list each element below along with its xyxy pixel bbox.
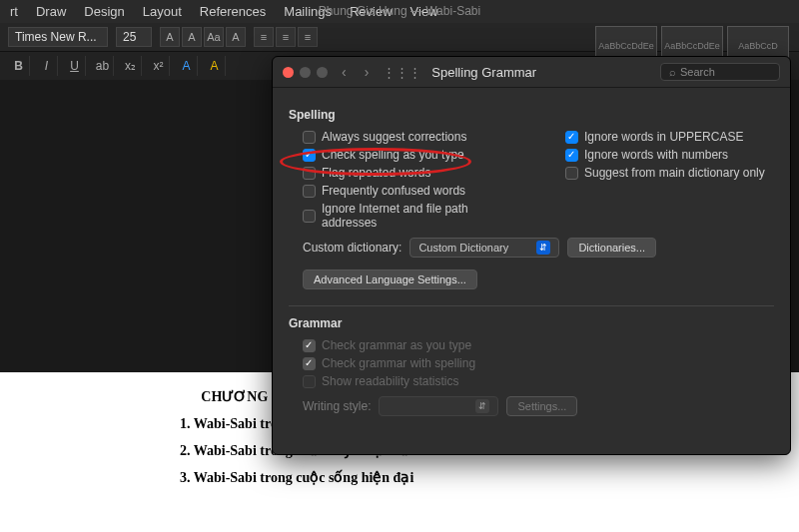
zoom-icon — [317, 67, 328, 78]
font-size-input[interactable] — [116, 27, 152, 47]
letter-case-icon[interactable]: Aa — [204, 27, 224, 47]
opt-grammar-with-spelling: Check grammar with spelling — [289, 354, 774, 372]
superscript-icon[interactable]: x² — [148, 56, 170, 76]
italic-icon[interactable]: I — [36, 56, 58, 76]
bold-icon[interactable]: B — [8, 56, 30, 76]
grammar-heading: Grammar — [289, 316, 774, 330]
tab-rt[interactable]: rt — [10, 4, 18, 19]
opt-always-suggest[interactable]: Always suggest corrections — [289, 128, 511, 146]
highlight-icon[interactable]: A — [176, 56, 198, 76]
opt-label: Suggest from main dictionary only — [584, 166, 765, 180]
chevron-updown-icon: ⇵ — [536, 241, 550, 255]
checkbox-icon[interactable] — [565, 149, 578, 162]
opt-readability: Show readability statistics — [289, 372, 774, 390]
clear-format-icon[interactable]: A — [226, 27, 246, 47]
close-icon[interactable] — [283, 67, 294, 78]
doc-line-3: 3. Wabi-Sabi trong cuộc sống hiện đại — [60, 469, 739, 486]
opt-confused-words[interactable]: Frequently confused words — [289, 182, 511, 200]
opt-label: Show readability statistics — [322, 374, 458, 388]
spelling-heading: Spelling — [289, 108, 774, 122]
checkbox-icon — [303, 357, 316, 370]
checkbox-icon[interactable] — [565, 131, 578, 144]
opt-check-as-type[interactable]: Check spelling as you type — [289, 146, 511, 164]
checkbox-icon[interactable] — [303, 167, 316, 180]
opt-label: Ignore words in UPPERCASE — [584, 130, 743, 144]
search-icon: ⌕ — [669, 66, 676, 78]
font-family-select[interactable] — [8, 27, 108, 47]
subscript-icon[interactable]: x₂ — [120, 56, 142, 76]
underline-icon[interactable]: U — [64, 56, 86, 76]
custom-dict-label: Custom dictionary: — [303, 241, 401, 255]
grammar-settings-button: Settings... — [506, 396, 577, 416]
checkbox-icon[interactable] — [303, 210, 316, 223]
checkbox-icon[interactable] — [303, 185, 316, 198]
back-icon[interactable]: ‹ — [338, 64, 351, 80]
opt-label: Ignore words with numbers — [584, 148, 728, 162]
multilevel-icon[interactable]: ≡ — [298, 27, 318, 47]
bullets-icon[interactable]: ≡ — [254, 27, 274, 47]
divider — [289, 305, 774, 306]
tab-design[interactable]: Design — [84, 4, 124, 19]
checkbox-icon[interactable] — [303, 149, 316, 162]
search-placeholder: Search — [680, 66, 715, 78]
writing-style-label: Writing style: — [303, 399, 371, 413]
opt-label: Check grammar with spelling — [322, 356, 475, 370]
checkbox-icon — [303, 375, 316, 388]
opt-label: Check spelling as you type — [322, 148, 464, 162]
tab-references[interactable]: References — [200, 4, 266, 19]
numbering-icon[interactable]: ≡ — [276, 27, 296, 47]
tab-draw[interactable]: Draw — [36, 4, 66, 19]
dictionaries-button[interactable]: Dictionaries... — [567, 238, 656, 258]
traffic-lights — [283, 67, 328, 78]
decrease-font-icon[interactable]: A — [182, 27, 202, 47]
checkbox-icon — [303, 339, 316, 352]
checkbox-icon[interactable] — [565, 167, 578, 180]
opt-grammar-as-type: Check grammar as you type — [289, 336, 774, 354]
custom-dict-select[interactable]: Custom Dictionary ⇵ — [409, 238, 559, 258]
checkbox-icon[interactable] — [303, 131, 316, 144]
opt-ignore-uppercase[interactable]: Ignore words in UPPERCASE — [551, 128, 774, 146]
opt-label: Ignore Internet and file path addresses — [322, 202, 511, 230]
opt-label: Flag repeated words — [322, 166, 430, 180]
window-title: Phung Gia Hung — Wabi-Sabi — [319, 4, 480, 18]
tab-layout[interactable]: Layout — [143, 4, 182, 19]
dialog-header: ‹ › ⋮⋮⋮ Spelling Grammar ⌕ Search — [273, 57, 790, 88]
opt-label: Always suggest corrections — [322, 130, 466, 144]
opt-flag-repeated[interactable]: Flag repeated words — [289, 164, 511, 182]
strike-icon[interactable]: ab — [92, 56, 114, 76]
search-input[interactable]: ⌕ Search — [660, 63, 780, 81]
chevron-updown-icon: ⇵ — [475, 399, 489, 413]
show-all-icon[interactable]: ⋮⋮⋮ — [383, 65, 421, 80]
forward-icon[interactable]: › — [361, 64, 374, 80]
preferences-dialog: ‹ › ⋮⋮⋮ Spelling Grammar ⌕ Search Spelli… — [272, 56, 791, 455]
minimize-icon — [300, 67, 311, 78]
opt-label: Frequently confused words — [322, 184, 465, 198]
opt-ignore-internet[interactable]: Ignore Internet and file path addresses — [289, 200, 511, 232]
advanced-language-button[interactable]: Advanced Language Settings... — [303, 269, 477, 289]
font-color-icon[interactable]: A — [204, 56, 226, 76]
dialog-title: Spelling Grammar — [431, 65, 536, 80]
increase-font-icon[interactable]: A — [160, 27, 180, 47]
writing-style-select: ⇵ — [379, 396, 498, 416]
opt-main-dict-only[interactable]: Suggest from main dictionary only — [551, 164, 774, 182]
opt-ignore-numbers[interactable]: Ignore words with numbers — [551, 146, 774, 164]
opt-label: Check grammar as you type — [322, 338, 471, 352]
dropdown-value: Custom Dictionary — [418, 242, 508, 254]
